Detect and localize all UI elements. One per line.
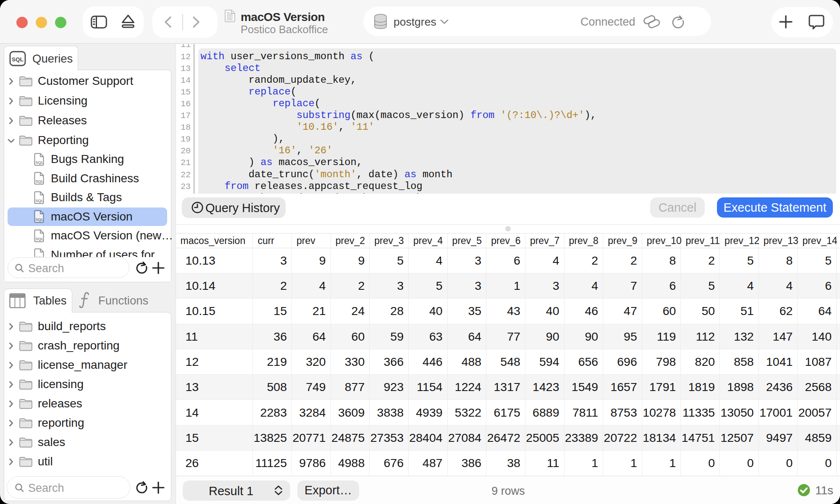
svg-text:SQL: SQL (35, 236, 44, 241)
svg-text:SQL: SQL (12, 56, 24, 63)
svg-text:SQL: SQL (35, 217, 44, 222)
svg-text:SQL: SQL (35, 198, 44, 203)
svg-text:SQL: SQL (35, 179, 44, 184)
svg-text:SQL: SQL (35, 160, 44, 165)
